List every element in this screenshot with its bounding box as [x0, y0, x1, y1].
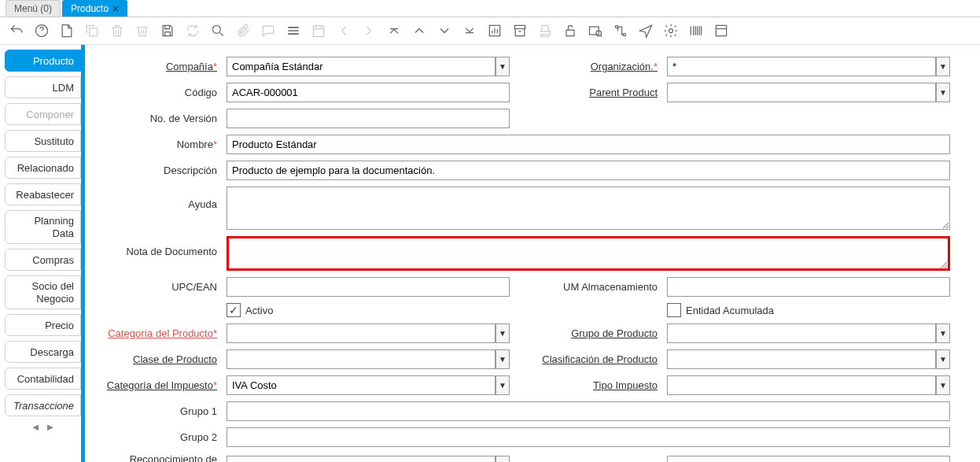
combo-categoria-impuesto[interactable]: ▼ — [227, 375, 510, 395]
sidebar-item-compras[interactable]: Compras — [5, 249, 81, 271]
tabs-bar: Menú (0) Producto × — [0, 0, 980, 17]
workflow-icon[interactable] — [612, 22, 629, 39]
next-record-icon[interactable] — [436, 22, 453, 39]
combo-compania[interactable]: ▼ — [227, 57, 510, 76]
chevron-left-icon[interactable]: ◄ — [31, 421, 41, 433]
label-clasificacion-producto: Clasificación de Producto — [518, 353, 659, 365]
help-icon[interactable] — [33, 22, 50, 39]
combo-reconocimiento[interactable]: ▼ — [227, 456, 510, 462]
tab-menu[interactable]: Menú (0) — [6, 0, 61, 17]
input-clasificacion-producto[interactable] — [667, 349, 936, 369]
chevron-down-icon[interactable]: ▼ — [496, 349, 510, 369]
prev-icon — [335, 22, 352, 39]
sidebar-item-ldm[interactable]: LDM — [5, 76, 81, 98]
input-upc-ean[interactable] — [227, 277, 510, 297]
label-activo: Activo — [245, 305, 273, 316]
sidebar-item-socio[interactable]: Socio del Negocio — [5, 275, 81, 309]
input-no-version[interactable] — [227, 109, 510, 128]
gear-icon[interactable] — [662, 22, 680, 39]
combo-clasificacion-producto[interactable]: ▼ — [667, 349, 950, 369]
print-icon — [536, 22, 554, 39]
chevron-down-icon[interactable]: ▼ — [496, 375, 510, 395]
combo-parent-product[interactable]: ▼ — [667, 83, 950, 102]
input-grupo2[interactable] — [227, 427, 950, 447]
input-clase-producto[interactable] — [227, 349, 496, 369]
search-icon[interactable] — [209, 22, 227, 39]
checkbox-entidad-box[interactable] — [667, 303, 681, 317]
customize-icon[interactable] — [713, 22, 730, 39]
textarea-ayuda[interactable] — [227, 187, 950, 230]
input-reconocimiento[interactable] — [227, 456, 496, 462]
sidebar-item-sustituto[interactable]: Sustituto — [5, 130, 81, 152]
sidebar-item-transacciones[interactable]: Transaccione — [5, 394, 81, 416]
undo-icon[interactable] — [8, 22, 25, 39]
checkbox-entidad[interactable]: Entidad Acumulada — [667, 303, 950, 317]
input-organizacion[interactable] — [667, 57, 936, 76]
combo-organizacion[interactable]: ▼ — [667, 57, 950, 76]
chevron-down-icon[interactable]: ▼ — [936, 375, 950, 395]
first-record-icon[interactable] — [385, 22, 403, 39]
combo-clase-producto[interactable]: ▼ — [227, 349, 510, 369]
input-grupo1[interactable] — [227, 401, 950, 421]
sidebar-scroll[interactable]: ◄ ► — [5, 421, 81, 433]
sidebar-item-componer[interactable]: Componer — [5, 103, 81, 125]
grid-toggle-icon[interactable] — [285, 22, 302, 39]
lock-icon[interactable] — [562, 22, 579, 39]
checkbox-activo[interactable]: ✓ Activo — [227, 303, 510, 317]
input-linea-producto[interactable] — [667, 456, 950, 462]
sidebar-item-planning[interactable]: Planning Data — [5, 210, 81, 244]
last-record-icon[interactable] — [461, 22, 478, 39]
textarea-nota-documento[interactable] — [227, 236, 950, 271]
close-icon[interactable]: × — [112, 2, 119, 15]
zoom-icon[interactable] — [587, 22, 604, 39]
label-grupo-producto: Grupo de Producto — [518, 327, 659, 339]
tab-producto-label: Producto — [71, 3, 109, 14]
tab-producto[interactable]: Producto × — [62, 0, 127, 17]
label-compania: Compañía* — [101, 61, 219, 72]
combo-tipo-impuesto[interactable]: ▼ — [667, 375, 950, 395]
combo-grupo-producto[interactable]: ▼ — [667, 323, 950, 343]
tab-menu-label: Menú (0) — [14, 3, 52, 14]
form-content: Compañía* ▼ Organización.* ▼ Código Pare… — [85, 45, 980, 462]
sidebar-item-descarga[interactable]: Descarga — [5, 341, 81, 363]
input-categoria-producto[interactable] — [227, 323, 496, 343]
sidebar-item-precio[interactable]: Precio — [5, 314, 81, 336]
archive-icon[interactable] — [511, 22, 529, 39]
sidebar-item-reabastecer[interactable]: Reabastecer — [5, 183, 81, 205]
chevron-down-icon[interactable]: ▼ — [936, 57, 950, 76]
chevron-down-icon[interactable]: ▼ — [936, 83, 950, 102]
svg-point-11 — [669, 29, 673, 33]
new-icon[interactable] — [58, 22, 76, 39]
label-um-almacen: UM Almacenamiento — [518, 281, 659, 293]
send-icon[interactable] — [637, 22, 654, 39]
barcode-icon[interactable] — [687, 22, 705, 39]
chevron-down-icon[interactable]: ▼ — [496, 57, 510, 76]
label-parent-product: Parent Product — [518, 87, 659, 98]
checkbox-activo-box[interactable]: ✓ — [227, 303, 241, 317]
report-icon[interactable] — [486, 22, 503, 39]
sidebar-item-contabilidad[interactable]: Contabilidad — [5, 368, 81, 390]
input-compania[interactable] — [227, 57, 496, 76]
input-um-almacen[interactable] — [667, 277, 950, 297]
input-nombre[interactable] — [227, 135, 950, 154]
label-no-version: No. de Versión — [101, 113, 219, 124]
sidebar-item-producto[interactable]: Producto — [5, 50, 81, 72]
input-parent-product[interactable] — [667, 83, 936, 102]
chevron-down-icon[interactable]: ▼ — [936, 323, 950, 343]
chevron-down-icon[interactable]: ▼ — [496, 456, 510, 462]
chevron-down-icon[interactable]: ▼ — [496, 323, 510, 343]
refresh-icon — [184, 22, 201, 39]
input-tipo-impuesto[interactable] — [667, 375, 936, 395]
prev-record-icon[interactable] — [411, 22, 428, 39]
input-descripcion[interactable] — [227, 161, 950, 180]
sidebar: Producto LDM Componer Sustituto Relacion… — [0, 45, 81, 462]
combo-categoria-producto[interactable]: ▼ — [227, 323, 510, 343]
chevron-right-icon[interactable]: ► — [46, 421, 56, 433]
save-icon[interactable] — [159, 22, 176, 39]
input-categoria-impuesto[interactable] — [227, 375, 496, 395]
input-grupo-producto[interactable] — [667, 323, 936, 343]
sidebar-item-relacionado[interactable]: Relacionado — [5, 157, 81, 179]
chevron-down-icon[interactable]: ▼ — [936, 349, 950, 369]
input-codigo[interactable] — [227, 83, 510, 102]
label-grupo1: Grupo 1 — [101, 405, 219, 417]
